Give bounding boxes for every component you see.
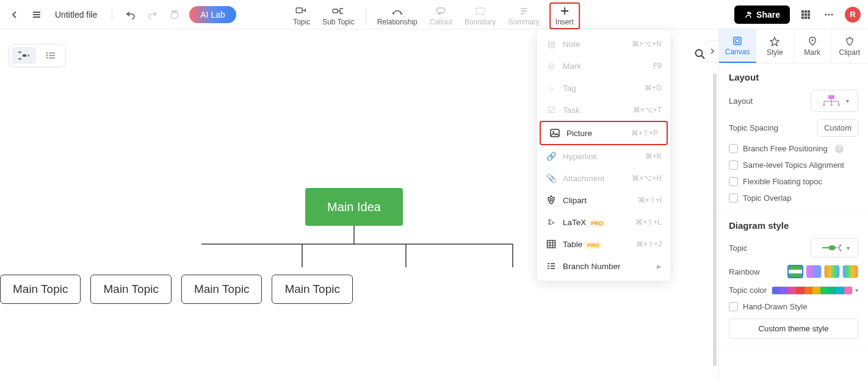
svg-rect-5 [436,8,445,13]
topbar: Untitled file AI Lab Topic Sub Topic Rel… [0,0,868,29]
menu-item-note: ▤Note⌘+⌥+N [537,33,670,55]
branch-icon [546,261,557,272]
note-icon: ▤ [546,38,557,49]
custom-theme-button[interactable]: Custom theme style [729,319,858,339]
menu-item-branch[interactable]: Branch Number▶ [537,255,670,277]
picture-icon [549,128,560,139]
svg-rect-28 [551,129,559,137]
svg-point-19 [831,13,833,15]
latex-icon: Σx [546,217,557,228]
svg-point-34 [811,39,813,41]
ai-lab-button[interactable]: AI Lab [189,6,236,23]
paste-icon[interactable] [167,7,182,22]
tool-insert[interactable]: Insert [549,2,580,29]
svg-rect-16 [808,16,810,19]
topic-node[interactable]: Main Topic [181,275,262,304]
svg-point-30 [550,199,552,201]
svg-point-17 [825,13,827,15]
mindmap: Main Idea Main Topic Main Topic Main Top… [153,188,403,304]
divider [112,9,112,21]
link-icon: 🔗 [546,151,557,162]
svg-point-41 [839,250,841,251]
svg-rect-33 [736,39,739,43]
menu-item-attachment: 📎Attachment⌘+⌥+H [537,167,670,189]
filename[interactable]: Untitled file [55,10,97,20]
insert-menu: ▤Note⌘+⌥+N ◎MarkF9 ⬦Tag⌘+G ☑Task⌘+⌥+T Pi… [537,29,670,281]
svg-rect-3 [333,9,338,13]
rainbow-swatch[interactable] [824,265,840,278]
task-icon: ☑ [546,104,557,115]
menu-item-tag: ⬦Tag⌘+G [537,77,670,99]
undo-icon[interactable] [123,7,138,22]
menu-item-picture[interactable]: Picture⌘+⇧+P [540,121,668,145]
rainbow-swatch[interactable] [806,265,822,278]
share-button[interactable]: Share [734,5,790,24]
topbar-right: Share R [734,5,861,24]
tab-style[interactable]: Style [756,29,794,63]
svg-point-18 [828,13,830,15]
svg-rect-13 [808,13,810,16]
topic-node[interactable]: Main Topic [272,275,352,304]
tool-subtopic[interactable]: Sub Topic [317,2,359,29]
topic-node[interactable]: Main Topic [90,275,171,304]
rainbow-swatch[interactable] [842,265,858,278]
redo-icon[interactable] [145,7,160,22]
svg-rect-15 [805,16,807,19]
svg-rect-6 [476,8,485,14]
chk-to[interactable]: Topic Overlap [729,193,858,203]
table-icon [546,239,557,250]
main-idea-node[interactable]: Main Idea [305,188,403,226]
toolbar-tools: Topic Sub Topic Relationship Callout Bou… [288,0,580,29]
menu-item-table[interactable]: TablePRO⌘+⇧+J [537,233,670,255]
tab-clipart[interactable]: Clipart [831,29,868,63]
svg-point-37 [830,104,833,106]
grid-icon[interactable] [798,7,813,22]
topbar-left: Untitled file AI Lab [7,6,236,23]
menu-item-hyperlink: 🔗Hyperlink⌘+K [537,145,670,167]
rainbow-swatch[interactable] [787,265,803,278]
svg-point-39 [828,245,836,250]
scrollbar[interactable] [713,73,717,366]
svg-rect-8 [801,10,804,13]
more-icon[interactable] [822,7,836,22]
sidebar-tabs: Canvas Style Mark Clipart [719,29,868,63]
attachment-icon: 📎 [546,173,557,184]
svg-point-36 [823,104,825,106]
svg-rect-12 [805,13,807,16]
tag-icon: ⬦ [546,82,557,93]
topic-node[interactable]: Main Topic [0,275,81,304]
svg-rect-10 [808,10,810,13]
tab-canvas[interactable]: Canvas [719,29,756,63]
menu-icon[interactable] [29,7,44,22]
topic-style-select[interactable]: ▾ [811,238,858,258]
svg-point-38 [837,104,840,106]
svg-point-4 [392,12,394,14]
svg-rect-9 [805,10,807,13]
tool-relationship[interactable]: Relationship [372,2,422,29]
avatar[interactable]: R [845,7,861,23]
tab-mark[interactable]: Mark [794,29,831,63]
chk-fft[interactable]: Flexible Floating topoc [729,177,858,186]
mark-icon: ◎ [546,60,557,71]
info-icon[interactable]: ? [835,145,844,153]
rainbow-swatches [787,265,858,278]
sidebar-collapse-icon[interactable] [705,40,718,62]
spacing-select[interactable]: Custom [817,119,858,137]
tool-topic[interactable]: Topic [288,2,315,29]
layout-select[interactable]: ▾ [811,90,858,112]
svg-rect-11 [801,13,804,16]
svg-point-29 [552,131,554,133]
tool-callout: Callout [425,2,457,29]
svg-point-40 [839,245,841,247]
chk-bfp[interactable]: Branch Free Positioning? [729,144,858,153]
menu-item-clipart[interactable]: Clipart⌘+⇧+I [537,189,670,211]
chk-handdrawn[interactable]: Hand-Drawn Style [729,302,858,311]
menu-item-latex[interactable]: ΣxLaTeXPRO⌘+⇧+L [537,211,670,233]
svg-rect-35 [828,95,834,99]
chk-sla[interactable]: Same-level Topics Alignment [729,160,858,170]
section-diagram-style: Diagram style Topic▾ Rainbow Topic color… [719,212,868,348]
menu-item-task: ☑Task⌘+⌥+T [537,99,670,121]
svg-rect-2 [296,8,302,13]
back-icon[interactable] [7,7,22,22]
topic-color-palette[interactable] [772,286,853,295]
